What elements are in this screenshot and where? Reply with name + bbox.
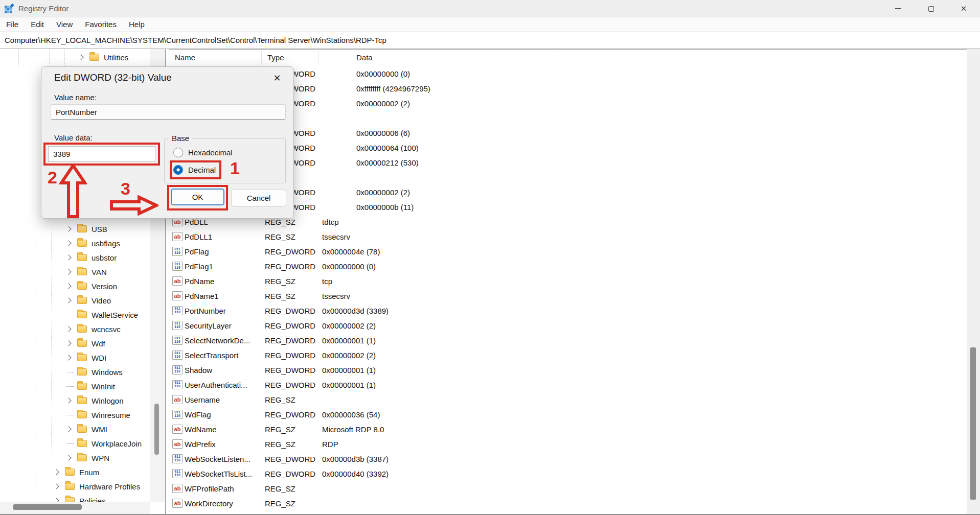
tree-item-usbstor[interactable]: usbstor <box>0 250 117 265</box>
table-row[interactable]: 011 110WdFlagREG_DWORD0x00000036 (54) <box>169 408 967 423</box>
cell-type: REG_SZ <box>265 499 295 508</box>
table-row[interactable]: abPdDLL1REG_SZtssecsrv <box>169 230 967 245</box>
table-row[interactable]: 011 110SelectNetworkDe...REG_DWORD0x0000… <box>169 334 967 348</box>
tree-item-hardware-profiles[interactable]: Hardware Profiles <box>0 479 140 494</box>
cell-type: REG_SZ <box>265 218 295 226</box>
chevron-right-icon[interactable] <box>65 326 71 332</box>
tree-item-walletservice[interactable]: WalletService <box>0 308 138 322</box>
tree-item-enum[interactable]: Enum <box>0 465 99 479</box>
chevron-right-icon[interactable] <box>65 455 71 460</box>
column-separator[interactable] <box>559 51 559 65</box>
table-header: Name Type Data <box>169 50 967 66</box>
tree-item-label: Winlogon <box>92 396 124 405</box>
base-group-label: Base <box>169 134 192 143</box>
tree-item-workplacejoin[interactable]: WorkplaceJoin <box>0 436 142 451</box>
tree-item-version[interactable]: Version <box>0 279 117 293</box>
cell-type: REG_SZ <box>265 440 295 449</box>
tree-item-wcncsvc[interactable]: wcncsvc <box>0 322 121 336</box>
cell-data: 0x00000002 (2) <box>356 99 410 108</box>
column-header-name[interactable]: Name <box>175 53 195 62</box>
tree-item-wdf[interactable]: Wdf <box>0 336 105 350</box>
table-row[interactable]: abPdNameREG_SZtcp <box>169 274 967 289</box>
chevron-right-icon[interactable] <box>53 498 59 502</box>
tree-item-wininit[interactable]: WinInit <box>0 379 115 393</box>
chevron-right-icon[interactable] <box>65 340 71 346</box>
column-header-type[interactable]: Type <box>267 53 284 62</box>
chevron-right-icon[interactable] <box>65 240 71 246</box>
value-name-field[interactable]: PortNumber <box>51 104 286 120</box>
tree-item-wmi[interactable]: WMI <box>0 422 107 436</box>
reg-sz-icon: ab <box>172 276 183 286</box>
close-button[interactable]: ✕ <box>947 0 980 17</box>
tree-item-van[interactable]: VAN <box>0 265 107 279</box>
cell-data: 0x00000001 (1) <box>322 381 376 389</box>
minimize-button[interactable] <box>882 0 915 17</box>
tree-item-utilities[interactable]: Utilities <box>0 50 128 64</box>
folder-icon <box>77 440 87 447</box>
chevron-right-icon[interactable] <box>65 355 71 360</box>
tree-item-label: Version <box>92 282 117 291</box>
value-data-field[interactable]: 3389 <box>48 146 155 162</box>
cell-type: REG_DWORD <box>265 381 315 389</box>
value-name-text: PortNumber <box>56 108 97 116</box>
values-vertical-scrollbar-thumb[interactable] <box>970 347 976 500</box>
radio-hexadecimal[interactable]: Hexadecimal <box>173 148 233 157</box>
chevron-right-icon[interactable] <box>53 469 59 475</box>
address-bar[interactable]: Computer\HKEY_LOCAL_MACHINE\SYSTEM\Curre… <box>0 32 980 49</box>
table-row[interactable]: abPdName1REG_SZtssecsrv <box>169 289 967 304</box>
tree-item-label: USB <box>92 225 107 233</box>
chevron-right-icon[interactable] <box>65 254 71 260</box>
menu-item-help[interactable]: Help <box>123 17 151 31</box>
folder-icon <box>77 340 87 347</box>
chevron-right-icon[interactable] <box>65 426 71 432</box>
tree-horizontal-scrollbar-thumb[interactable] <box>13 504 82 510</box>
table-row[interactable]: 011 110ShadowREG_DWORD0x00000001 (1) <box>169 363 967 378</box>
table-row[interactable]: 011 110SelectTransportREG_DWORD0x0000000… <box>169 348 967 363</box>
tree-item-policies[interactable]: Policies <box>0 494 106 502</box>
table-row[interactable]: abUsernameREG_SZ <box>169 393 967 408</box>
column-header-data[interactable]: Data <box>356 53 373 62</box>
folder-icon <box>77 240 87 247</box>
folder-icon <box>77 383 87 390</box>
chevron-right-icon[interactable] <box>65 397 71 403</box>
chevron-right-icon[interactable] <box>65 226 71 231</box>
cancel-button[interactable]: Cancel <box>231 190 286 206</box>
table-row[interactable]: abWorkDirectoryREG_SZ <box>169 497 967 511</box>
table-row[interactable]: 011 110UserAuthenticati...REG_DWORD0x000… <box>169 378 967 393</box>
restore-button[interactable] <box>915 0 947 17</box>
annotation-box-ok <box>167 185 228 210</box>
tree-item-winresume[interactable]: Winresume <box>0 408 130 422</box>
table-row[interactable]: 011 110PdFlagREG_DWORD0x0000004e (78) <box>169 245 967 260</box>
table-row[interactable]: 011 110WebSocketListen...REG_DWORD0x0000… <box>169 452 967 467</box>
table-row[interactable]: abWdPrefixREG_SZRDP <box>169 437 967 452</box>
tree-item-winlogon[interactable]: Winlogon <box>0 393 124 408</box>
tree-item-wdi[interactable]: WDI <box>0 350 106 365</box>
menu-item-view[interactable]: View <box>50 17 79 31</box>
chevron-right-icon[interactable] <box>78 54 83 60</box>
menu-item-edit[interactable]: Edit <box>25 17 50 31</box>
tree-vertical-scrollbar-thumb[interactable] <box>154 404 159 455</box>
cell-type: REG_DWORD <box>265 410 315 419</box>
radio-unchecked-icon[interactable] <box>173 148 183 157</box>
dialog-close-button[interactable]: ✕ <box>270 72 284 85</box>
menu-item-file[interactable]: File <box>0 17 25 31</box>
menu-item-favorites[interactable]: Favorites <box>79 17 123 31</box>
chevron-right-icon[interactable] <box>65 269 71 274</box>
tree-item-windows[interactable]: Windows <box>0 365 123 379</box>
tree-item-wpn[interactable]: WPN <box>0 451 109 465</box>
chevron-right-icon[interactable] <box>65 297 71 303</box>
chevron-right-icon[interactable] <box>53 483 59 489</box>
table-row[interactable]: 011 110SecurityLayerREG_DWORD0x00000002 … <box>169 319 967 334</box>
table-row[interactable]: 011 110PdFlag1REG_DWORD0x00000000 (0) <box>169 260 967 274</box>
tree-item-usb[interactable]: USB <box>0 222 107 236</box>
column-separator[interactable] <box>261 51 262 65</box>
table-row[interactable]: 011 110PortNumberREG_DWORD0x00000d3d (33… <box>169 304 967 319</box>
tree-item-label: wcncsvc <box>92 325 121 334</box>
column-separator[interactable] <box>318 51 318 65</box>
table-row[interactable]: 011 110WebSocketTlsList...REG_DWORD0x000… <box>169 467 967 482</box>
chevron-right-icon[interactable] <box>65 283 71 289</box>
table-row[interactable]: abWFProfilePathREG_SZ <box>169 482 967 497</box>
tree-item-video[interactable]: Video <box>0 293 111 308</box>
table-row[interactable]: abWdNameREG_SZMicrosoft RDP 8.0 <box>169 423 967 437</box>
tree-item-usbflags[interactable]: usbflags <box>0 236 120 250</box>
